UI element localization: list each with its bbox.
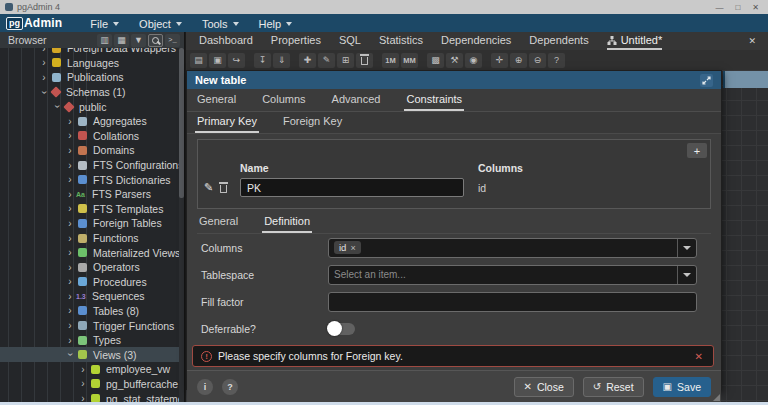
tree-item-domains[interactable]: ›Domains xyxy=(0,143,184,158)
dialog-resize-handle[interactable] xyxy=(713,394,720,401)
sql-info-button[interactable]: i xyxy=(197,379,213,395)
tree-item-fts-parsers[interactable]: ›AaFTS Parsers xyxy=(0,187,184,202)
collapse-arrow-icon[interactable]: › xyxy=(39,88,50,96)
zoom-to-fit-icon[interactable]: ✛ xyxy=(491,53,508,68)
add-table-icon[interactable]: ✚ xyxy=(299,53,316,68)
erd-table-node[interactable] xyxy=(723,71,768,88)
generate-sql-icon[interactable]: ↪ xyxy=(228,53,245,68)
tree-item-collations[interactable]: ›Collations xyxy=(0,129,184,144)
tree-scrollbar[interactable] xyxy=(179,48,184,405)
expand-arrow-icon[interactable]: › xyxy=(66,130,74,141)
auto-align-icon[interactable]: ⚒ xyxy=(446,53,463,68)
expand-arrow-icon[interactable]: › xyxy=(66,145,74,156)
add-server-icon[interactable]: ▥ xyxy=(97,34,112,47)
tree-item-types[interactable]: ›Types xyxy=(0,333,184,348)
drop-table-icon[interactable] xyxy=(356,53,373,68)
tree-item-functions[interactable]: ›Functions xyxy=(0,231,184,246)
expand-arrow-icon[interactable]: › xyxy=(79,364,87,375)
many-to-many-link-icon[interactable]: MM xyxy=(401,53,418,68)
menu-file[interactable]: File xyxy=(90,18,119,30)
tree-item-foreign-tables[interactable]: ›Foreign Tables xyxy=(0,216,184,231)
dependencies-grid-icon[interactable]: ▦ xyxy=(114,34,129,47)
dialog-tab-advanced[interactable]: Advanced xyxy=(330,89,383,111)
expand-arrow-icon[interactable]: › xyxy=(79,378,87,389)
tab-properties[interactable]: Properties xyxy=(271,32,321,50)
menu-object[interactable]: Object xyxy=(139,18,182,30)
tree-item-fts-templates[interactable]: ›FTS Templates xyxy=(0,202,184,217)
close-panel-icon[interactable]: ✕ xyxy=(744,36,760,46)
fill-factor-input[interactable] xyxy=(329,293,696,311)
tree-item-operators[interactable]: ›Operators xyxy=(0,260,184,275)
tree-item-sequences[interactable]: ›1.3Sequences xyxy=(0,289,184,304)
expand-arrow-icon[interactable]: › xyxy=(40,48,48,54)
one-to-many-link-icon[interactable]: 1M xyxy=(382,53,399,68)
expand-arrow-icon[interactable]: › xyxy=(66,116,74,127)
tree-item-employee-vw[interactable]: ›employee_vw xyxy=(0,362,184,377)
constraint-tab-primary-key[interactable]: Primary Key xyxy=(195,111,259,133)
tree-item-views-3-[interactable]: ›Views (3) xyxy=(0,347,184,362)
delete-row-icon[interactable] xyxy=(220,185,227,193)
tree-item-fts-configurations[interactable]: ›FTS Configurations xyxy=(0,158,184,173)
constraint-name-input[interactable] xyxy=(240,178,464,197)
zoom-in-icon[interactable]: ⊕ xyxy=(510,53,527,68)
psql-console-icon[interactable]: >_ xyxy=(165,34,180,47)
expand-arrow-icon[interactable]: › xyxy=(66,247,74,258)
expand-arrow-icon[interactable]: › xyxy=(66,218,74,229)
download-sql-icon[interactable]: ↧ xyxy=(254,53,271,68)
expand-arrow-icon[interactable]: › xyxy=(66,335,74,346)
tablespace-select[interactable]: Select an item... xyxy=(328,265,697,285)
tab-dependencies[interactable]: Dependencies xyxy=(441,32,511,50)
expand-arrow-icon[interactable]: › xyxy=(40,57,48,68)
collapse-arrow-icon[interactable]: › xyxy=(52,103,63,111)
expand-arrow-icon[interactable]: › xyxy=(66,262,74,273)
detail-tab-definition[interactable]: Definition xyxy=(262,211,312,233)
tree-item-aggregates[interactable]: ›Aggregates xyxy=(0,114,184,129)
tree-item-tables-8-[interactable]: ›Tables (8) xyxy=(0,304,184,319)
search-objects-icon[interactable] xyxy=(148,34,163,47)
tree-item-trigger-functions[interactable]: ›Trigger Functions xyxy=(0,318,184,333)
add-row-button[interactable]: + xyxy=(687,143,707,158)
help-icon[interactable]: ? xyxy=(548,53,565,68)
maximize-icon[interactable]: □ xyxy=(735,3,740,12)
close-button[interactable]: ✕Close xyxy=(514,377,574,397)
tree-scrollbar-thumb[interactable] xyxy=(179,48,184,198)
tree-item-foreign-data-wrappers[interactable]: ›Foreign Data Wrappers xyxy=(0,48,184,56)
tree-item-schemas-1-[interactable]: ›Schemas (1) xyxy=(0,85,184,100)
expand-arrow-icon[interactable]: › xyxy=(66,320,74,331)
tree-item-languages[interactable]: ›Languages xyxy=(0,56,184,71)
collapse-arrow-icon[interactable]: › xyxy=(65,351,76,359)
tree-item-public[interactable]: ›public xyxy=(0,99,184,114)
tree-item-pg-buffercache[interactable]: ›pg_buffercache xyxy=(0,377,184,392)
filter-icon[interactable]: ▼ xyxy=(131,34,146,47)
reset-button[interactable]: ↺Reset xyxy=(583,377,644,397)
remove-chip-icon[interactable]: × xyxy=(350,243,355,253)
dialog-tab-columns[interactable]: Columns xyxy=(260,89,307,111)
close-icon[interactable]: ✕ xyxy=(752,3,759,12)
tree-item-publications[interactable]: ›Publications xyxy=(0,70,184,85)
expand-arrow-icon[interactable]: › xyxy=(40,72,48,83)
expand-arrow-icon[interactable]: › xyxy=(66,305,74,316)
expand-arrow-icon[interactable]: › xyxy=(66,203,74,214)
deferrable-toggle[interactable] xyxy=(328,323,355,335)
expand-arrow-icon[interactable]: › xyxy=(66,174,74,185)
dismiss-error-icon[interactable]: ✕ xyxy=(693,351,705,362)
expand-arrow-icon[interactable]: › xyxy=(66,291,74,302)
columns-dropdown[interactable] xyxy=(677,239,696,257)
show-details-icon[interactable]: ◉ xyxy=(465,53,482,68)
edit-table-icon[interactable]: ✎ xyxy=(318,53,335,68)
minimize-icon[interactable]: — xyxy=(715,3,723,12)
tablespace-dropdown[interactable] xyxy=(677,266,696,284)
expand-arrow-icon[interactable]: › xyxy=(66,189,74,200)
tab-untitled[interactable]: Untitled* xyxy=(607,32,663,50)
dialog-tab-constraints[interactable]: Constraints xyxy=(404,89,464,111)
expand-arrow-icon[interactable]: › xyxy=(66,233,74,244)
tab-dependents[interactable]: Dependents xyxy=(529,32,588,50)
save-button[interactable]: ▣Save xyxy=(653,377,711,397)
download-image-icon[interactable]: ⇓ xyxy=(273,53,290,68)
dialog-tab-general[interactable]: General xyxy=(195,89,238,111)
tree-item-fts-dictionaries[interactable]: ›FTS Dictionaries xyxy=(0,172,184,187)
clone-table-icon[interactable]: ⊞ xyxy=(337,53,354,68)
tree-item-materialized-views[interactable]: ›Materialized Views xyxy=(0,245,184,260)
open-project-icon[interactable]: ▤ xyxy=(190,53,207,68)
save-project-icon[interactable]: ▣ xyxy=(209,53,226,68)
